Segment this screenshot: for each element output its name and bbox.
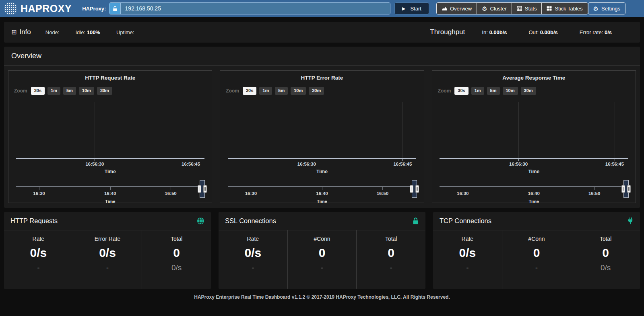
zoom-buttons: 30s1m5m10m30m bbox=[454, 87, 536, 94]
unlock-icon bbox=[112, 6, 118, 12]
tcp-connections-card: TCP Connections Rate 0/s - #Conn 0 - Tot… bbox=[433, 212, 640, 289]
navigator-selection[interactable] bbox=[623, 180, 629, 198]
zoom-row: Zoom 30s1m5m10m30m bbox=[438, 86, 630, 95]
navigator-tick bbox=[534, 186, 534, 190]
navigator-tick bbox=[463, 186, 463, 190]
idle-value: 100% bbox=[87, 29, 100, 35]
plus-square-icon: ⊞ bbox=[11, 29, 17, 35]
charts-row: HTTP Request Rate Zoom 30s1m5m10m30m 16:… bbox=[4, 66, 640, 208]
zoom-30m-button[interactable]: 30m bbox=[309, 87, 324, 94]
zoom-10m-button[interactable]: 10m bbox=[503, 87, 518, 94]
chart-panel: Average Response Time Zoom 30s1m5m10m30m… bbox=[432, 70, 636, 203]
start-button-label: Start bbox=[411, 6, 421, 12]
x-gridline bbox=[307, 102, 307, 158]
navigator-tick-label: 16:30 bbox=[245, 191, 257, 196]
card-title: SSL Connections bbox=[225, 217, 276, 225]
zoom-30m-button[interactable]: 30m bbox=[521, 87, 536, 94]
x-axis-tick bbox=[402, 159, 403, 161]
start-button[interactable]: ▶ Start bbox=[394, 2, 429, 14]
zoom-1m-button[interactable]: 1m bbox=[471, 87, 484, 94]
metric-total: Total 0 - bbox=[356, 230, 425, 289]
zoom-1m-button[interactable]: 1m bbox=[259, 87, 272, 94]
x-axis-tick bbox=[518, 159, 519, 161]
plot-area[interactable] bbox=[226, 99, 418, 159]
top-navigation-bar: HAPROXY HAProxy: ▶ Start Overview ⚙ Clus… bbox=[0, 0, 644, 17]
navigator-handle-right[interactable] bbox=[415, 185, 419, 193]
plot-area[interactable] bbox=[438, 99, 630, 159]
metric-value: 0/s bbox=[219, 246, 287, 260]
zoom-10m-button[interactable]: 10m bbox=[79, 87, 94, 94]
metric-conn: #Conn 0 - bbox=[502, 230, 571, 289]
range-navigator[interactable]: 16:30 16:40 16:50 bbox=[14, 180, 206, 199]
address-input-group bbox=[109, 2, 390, 14]
navigator-tick bbox=[322, 186, 322, 190]
tab-overview[interactable]: Overview bbox=[437, 3, 477, 14]
navigator-tick-label: 16:50 bbox=[165, 191, 176, 196]
x-tick-label: 16:56:45 bbox=[182, 162, 200, 166]
lock-icon bbox=[412, 217, 419, 225]
error-rate-value: 0/s bbox=[605, 29, 612, 35]
info-bar: ⊞ Info Node: Idle: 100% Uptime: Throughp… bbox=[4, 22, 640, 43]
zoom-30s-button[interactable]: 30s bbox=[243, 87, 256, 94]
brand-name: HAPROXY bbox=[21, 3, 72, 14]
zoom-1m-button[interactable]: 1m bbox=[47, 87, 60, 94]
card-metrics: Rate 0/s - #Conn 0 - Total 0 - bbox=[219, 230, 425, 289]
zoom-buttons: 30s1m5m10m30m bbox=[243, 87, 324, 94]
x-gridline bbox=[615, 102, 615, 158]
navigator-handle-left[interactable] bbox=[410, 185, 413, 193]
card-header: HTTP Requests bbox=[4, 212, 211, 230]
navigator-selection[interactable] bbox=[412, 180, 417, 198]
node-address-input[interactable] bbox=[121, 3, 390, 14]
navigator-tick-label: 16:50 bbox=[588, 191, 600, 196]
range-navigator[interactable]: 16:30 16:40 16:50 bbox=[226, 180, 418, 199]
card-header: SSL Connections bbox=[219, 212, 425, 230]
zoom-30s-button[interactable]: 30s bbox=[31, 87, 45, 94]
settings-button[interactable]: ⚙ Settings bbox=[588, 2, 625, 14]
navigator-axis-title: Time bbox=[14, 199, 206, 204]
x-axis-labels: 16:56:30 16:56:45 bbox=[14, 162, 206, 168]
metric-value: 0 bbox=[571, 246, 640, 260]
navigator-handle-left[interactable] bbox=[621, 185, 625, 193]
plot-area[interactable] bbox=[14, 99, 206, 159]
metric-sub: - bbox=[357, 263, 425, 272]
throughput-out-value: 0.00b/s bbox=[540, 29, 558, 35]
metric-sub: - bbox=[502, 263, 571, 272]
unlock-button[interactable] bbox=[109, 3, 121, 14]
navigator-tick bbox=[594, 186, 595, 190]
tab-cluster[interactable]: ⚙ Cluster bbox=[477, 3, 512, 14]
zoom-label: Zoom bbox=[438, 88, 451, 94]
plug-icon bbox=[627, 217, 634, 225]
navigator-handle-left[interactable] bbox=[198, 185, 201, 193]
x-gridline bbox=[95, 102, 95, 158]
zoom-10m-button[interactable]: 10m bbox=[291, 87, 306, 94]
tab-stats[interactable]: Stats bbox=[512, 3, 542, 14]
zoom-30s-button[interactable]: 30s bbox=[454, 87, 468, 94]
range-navigator[interactable]: 16:30 16:40 16:50 bbox=[438, 180, 630, 199]
zoom-buttons: 30s1m5m10m30m bbox=[31, 87, 112, 94]
gears-icon: ⚙ bbox=[482, 6, 487, 12]
chart-title: HTTP Request Rate bbox=[14, 75, 206, 82]
metric-sub: - bbox=[433, 263, 502, 272]
x-gridline bbox=[191, 102, 191, 158]
overview-section: Overview HTTP Request Rate Zoom 30s1m5m1… bbox=[4, 47, 640, 208]
metric-conn: #Conn 0 - bbox=[287, 230, 357, 289]
card-header: TCP Connections bbox=[433, 212, 640, 230]
zoom-5m-button[interactable]: 5m bbox=[275, 87, 288, 94]
navigator-handle-right[interactable] bbox=[627, 185, 631, 193]
metric-value: 0/s bbox=[433, 246, 502, 260]
zoom-5m-button[interactable]: 5m bbox=[63, 87, 76, 94]
navigator-selection[interactable] bbox=[200, 180, 205, 198]
navigator-tick bbox=[251, 186, 251, 190]
info-title: ⊞ Info bbox=[11, 28, 31, 36]
globe-icon bbox=[197, 217, 204, 225]
metric-rate: Rate 0/s - bbox=[433, 230, 502, 289]
navigator-handle-right[interactable] bbox=[203, 185, 207, 193]
tab-stick-tables[interactable]: Stick Tables bbox=[541, 3, 587, 14]
card-title: TCP Connections bbox=[440, 217, 491, 225]
zoom-30m-button[interactable]: 30m bbox=[97, 87, 112, 94]
card-metrics: Rate 0/s - #Conn 0 - Total 0 0/s bbox=[433, 230, 640, 289]
metric-cards-row: HTTP Requests Rate 0/s - Error Rate 0/s … bbox=[4, 212, 640, 289]
chart-panel: HTTP Error Rate Zoom 30s1m5m10m30m 16:56… bbox=[220, 70, 424, 203]
zoom-5m-button[interactable]: 5m bbox=[487, 87, 500, 94]
tab-overview-label: Overview bbox=[450, 6, 472, 12]
